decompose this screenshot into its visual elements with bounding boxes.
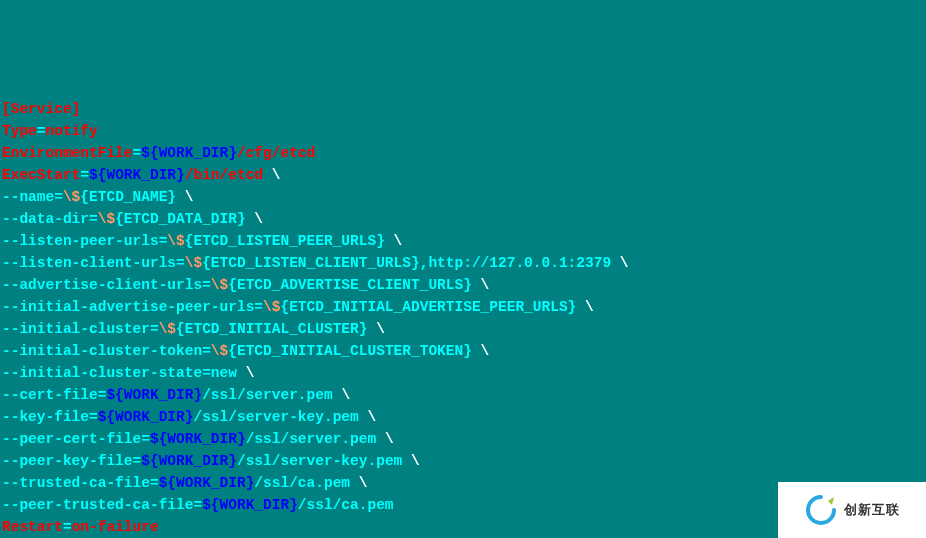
- code-token: {ETCD_LISTEN_CLIENT_URLS},http://127.0.0…: [202, 255, 620, 271]
- code-token: \: [585, 299, 594, 315]
- code-token: =: [37, 123, 46, 139]
- code-token: --key-file=: [2, 409, 98, 425]
- code-token: \$: [263, 299, 280, 315]
- code-token: --peer-cert-file=: [2, 431, 150, 447]
- code-line: --initial-cluster-token=\${ETCD_INITIAL_…: [2, 340, 924, 362]
- code-token: ${WORK_DIR}: [150, 431, 246, 447]
- code-token: ${WORK_DIR}: [98, 409, 194, 425]
- code-token: --cert-file=: [2, 387, 106, 403]
- code-token: Restart: [2, 519, 63, 535]
- code-token: --data-dir=: [2, 211, 98, 227]
- code-line: Type=notify: [2, 120, 924, 142]
- code-token: \$: [98, 211, 115, 227]
- code-line: --cert-file=${WORK_DIR}/ssl/server.pem \: [2, 384, 924, 406]
- code-token: =: [80, 167, 89, 183]
- code-token: \: [359, 475, 368, 491]
- code-token: ${WORK_DIR}: [141, 145, 237, 161]
- code-token: {ETCD_INITIAL_CLUSTER}: [176, 321, 376, 337]
- code-token: \: [246, 365, 255, 381]
- code-token: =: [133, 145, 142, 161]
- code-line: EnvironmentFile=${WORK_DIR}/cfg/etcd: [2, 142, 924, 164]
- code-token: ExecStart: [2, 167, 80, 183]
- code-line: --peer-cert-file=${WORK_DIR}/ssl/server.…: [2, 428, 924, 450]
- code-token: /bin/etcd: [185, 167, 272, 183]
- code-token: \$: [167, 233, 184, 249]
- brand-icon: [804, 493, 838, 527]
- code-token: \: [411, 453, 420, 469]
- code-line: --peer-key-file=${WORK_DIR}/ssl/server-k…: [2, 450, 924, 472]
- code-token: \: [254, 211, 263, 227]
- code-token: ${WORK_DIR}: [159, 475, 255, 491]
- code-token: {ETCD_LISTEN_PEER_URLS}: [185, 233, 394, 249]
- code-token: =: [63, 519, 72, 535]
- code-token: --peer-key-file=: [2, 453, 141, 469]
- code-line: --listen-client-urls=\${ETCD_LISTEN_CLIE…: [2, 252, 924, 274]
- code-token: --initial-cluster=: [2, 321, 159, 337]
- code-block: [Service]Type=notifyEnvironmentFile=${WO…: [2, 98, 924, 538]
- code-line: ExecStart=${WORK_DIR}/bin/etcd \: [2, 164, 924, 186]
- code-token: --initial-cluster-token=: [2, 343, 211, 359]
- code-line: --name=\${ETCD_NAME} \: [2, 186, 924, 208]
- code-line: [Service]: [2, 98, 924, 120]
- code-token: \$: [211, 277, 228, 293]
- code-token: {ETCD_NAME}: [80, 189, 184, 205]
- code-token: --listen-client-urls=: [2, 255, 185, 271]
- code-token: Type: [2, 123, 37, 139]
- code-token: /ssl/server-key.pem: [193, 409, 367, 425]
- code-token: [Service]: [2, 101, 80, 117]
- code-line: --listen-peer-urls=\${ETCD_LISTEN_PEER_U…: [2, 230, 924, 252]
- code-token: /ssl/server-key.pem: [237, 453, 411, 469]
- code-token: {ETCD_ADVERTISE_CLIENT_URLS}: [228, 277, 480, 293]
- code-token: ${WORK_DIR}: [141, 453, 237, 469]
- code-token: --initial-cluster-state=new: [2, 365, 246, 381]
- code-token: /ssl/server.pem: [246, 431, 385, 447]
- code-token: \: [481, 343, 490, 359]
- code-token: --trusted-ca-file=: [2, 475, 159, 491]
- code-token: --listen-peer-urls=: [2, 233, 167, 249]
- code-token: \: [185, 189, 194, 205]
- code-line: --key-file=${WORK_DIR}/ssl/server-key.pe…: [2, 406, 924, 428]
- code-token: on-failure: [72, 519, 159, 535]
- code-token: \$: [63, 189, 80, 205]
- code-line: --data-dir=\${ETCD_DATA_DIR} \: [2, 208, 924, 230]
- code-token: /ssl/server.pem: [202, 387, 341, 403]
- code-token: {ETCD_INITIAL_CLUSTER_TOKEN}: [228, 343, 480, 359]
- code-token: \: [376, 321, 385, 337]
- code-token: \$: [211, 343, 228, 359]
- code-token: --name=: [2, 189, 63, 205]
- code-token: {ETCD_DATA_DIR}: [115, 211, 254, 227]
- code-token: \: [481, 277, 490, 293]
- code-token: --peer-trusted-ca-file=: [2, 497, 202, 513]
- code-token: --advertise-client-urls=: [2, 277, 211, 293]
- code-token: /ssl/ca.pem: [254, 475, 358, 491]
- code-token: /cfg/etcd: [237, 145, 315, 161]
- code-token: \: [620, 255, 629, 271]
- code-token: \$: [159, 321, 176, 337]
- code-token: \: [341, 387, 350, 403]
- code-line: --initial-cluster-state=new \: [2, 362, 924, 384]
- code-token: \: [394, 233, 403, 249]
- code-token: \: [385, 431, 394, 447]
- code-token: ${WORK_DIR}: [202, 497, 298, 513]
- code-token: --initial-advertise-peer-urls=: [2, 299, 263, 315]
- code-token: /ssl/ca.pem: [298, 497, 394, 513]
- watermark-logo: 创新互联: [778, 482, 926, 538]
- code-line: --advertise-client-urls=\${ETCD_ADVERTIS…: [2, 274, 924, 296]
- code-token: ${WORK_DIR}: [106, 387, 202, 403]
- code-token: \$: [185, 255, 202, 271]
- code-line: --initial-cluster=\${ETCD_INITIAL_CLUSTE…: [2, 318, 924, 340]
- code-line: --initial-advertise-peer-urls=\${ETCD_IN…: [2, 296, 924, 318]
- watermark-text: 创新互联: [844, 501, 900, 519]
- code-token: {ETCD_INITIAL_ADVERTISE_PEER_URLS}: [280, 299, 585, 315]
- code-token: \: [367, 409, 376, 425]
- code-token: ${WORK_DIR}: [89, 167, 185, 183]
- code-token: notify: [46, 123, 98, 139]
- code-token: \: [272, 167, 281, 183]
- code-token: EnvironmentFile: [2, 145, 133, 161]
